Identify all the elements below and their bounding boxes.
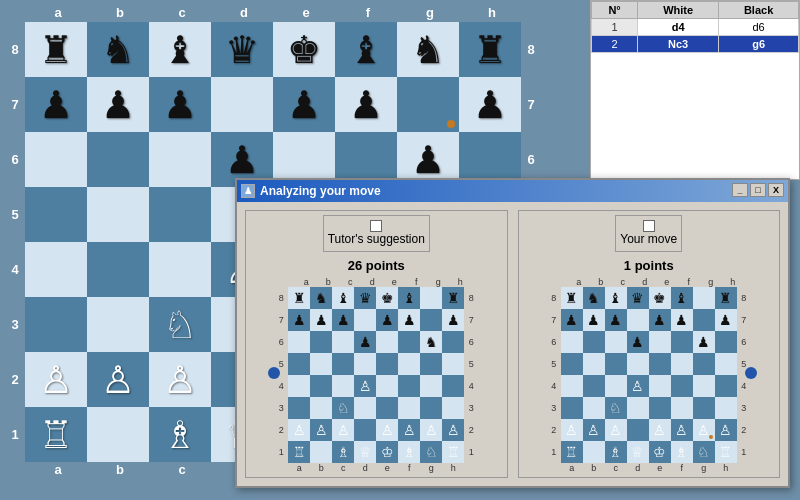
mini-cell[interactable]: ♖ [715,441,737,463]
mini-cell[interactable]: ♕ [354,441,376,463]
mini-cell[interactable]: ♟ [627,331,649,353]
cell-h7[interactable]: ♟ [459,77,521,132]
mini-cell[interactable] [583,331,605,353]
mini-cell[interactable]: ♘ [605,397,627,419]
cell-c8[interactable]: ♝ [149,22,211,77]
mini-cell[interactable] [715,331,737,353]
cell-c3[interactable]: ♘ [149,297,211,352]
mini-cell[interactable]: ♗ [332,441,354,463]
mini-cell[interactable]: ♝ [605,287,627,309]
mini-cell[interactable] [288,331,310,353]
mini-cell[interactable] [442,353,464,375]
mini-cell[interactable] [310,441,332,463]
mini-cell[interactable]: ♞ [583,287,605,309]
mini-cell[interactable]: ♙ [398,419,420,441]
mini-cell[interactable]: ♟ [310,309,332,331]
mini-cell[interactable] [332,375,354,397]
mini-cell[interactable] [310,353,332,375]
mini-cell[interactable] [649,331,671,353]
mini-cell[interactable]: ♜ [715,287,737,309]
mini-cell[interactable] [332,331,354,353]
mini-cell[interactable]: ♟ [442,309,464,331]
mini-cell[interactable] [420,353,442,375]
minimize-button[interactable]: _ [732,183,748,197]
mini-cell[interactable] [649,353,671,375]
cell-b2[interactable]: ♙ [87,352,149,407]
mini-cell[interactable]: ♟ [605,309,627,331]
cell-a4[interactable] [25,242,87,297]
mini-cell[interactable]: ♖ [442,441,464,463]
mini-cell[interactable]: ♟ [671,309,693,331]
mini-cell[interactable]: ♙ [420,419,442,441]
mini-cell[interactable] [398,331,420,353]
mini-cell[interactable] [671,353,693,375]
mini-cell[interactable] [376,397,398,419]
mini-cell[interactable] [583,441,605,463]
mini-cell[interactable]: ♙ [310,419,332,441]
mini-cell[interactable]: ♞ [420,331,442,353]
mini-cell[interactable]: ♝ [671,287,693,309]
mini-cell[interactable] [561,397,583,419]
cell-f8[interactable]: ♝ [335,22,397,77]
mini-cell[interactable]: ♝ [332,287,354,309]
cell-b5[interactable] [87,187,149,242]
mini-cell[interactable]: ♗ [605,441,627,463]
mini-cell[interactable] [442,397,464,419]
mini-cell[interactable] [561,353,583,375]
mini-cell[interactable] [627,419,649,441]
mini-cell[interactable] [605,375,627,397]
mini-cell[interactable]: ♟ [583,309,605,331]
cell-c6[interactable] [149,132,211,187]
mini-cell[interactable] [420,375,442,397]
cell-a7[interactable]: ♟ [25,77,87,132]
mini-cell[interactable] [354,309,376,331]
mini-cell[interactable] [561,331,583,353]
mini-cell[interactable] [671,375,693,397]
mini-cell[interactable]: ♘ [420,441,442,463]
cell-a2[interactable]: ♙ [25,352,87,407]
mini-cell[interactable] [627,309,649,331]
cell-g7[interactable] [397,77,459,132]
mini-cell[interactable] [310,397,332,419]
cell-c2[interactable]: ♙ [149,352,211,407]
mini-cell[interactable] [649,397,671,419]
mini-cell[interactable]: ♙ [605,419,627,441]
cell-b3[interactable] [87,297,149,352]
maximize-button[interactable]: □ [750,183,766,197]
mini-cell[interactable]: ♝ [398,287,420,309]
mini-cell[interactable] [693,375,715,397]
mini-cell[interactable]: ♟ [398,309,420,331]
mini-cell[interactable] [671,331,693,353]
notation-row-2[interactable]: 2Nc3g6 [592,36,799,53]
mini-cell[interactable] [671,397,693,419]
mini-cell[interactable]: ♙ [376,419,398,441]
mini-cell[interactable] [376,331,398,353]
mini-cell[interactable]: ♜ [288,287,310,309]
mini-cell[interactable] [354,353,376,375]
mini-cell[interactable]: ♙ [693,419,715,441]
cell-c4[interactable] [149,242,211,297]
mini-cell[interactable] [442,331,464,353]
mini-cell[interactable]: ♟ [715,309,737,331]
cell-b1[interactable] [87,407,149,462]
mini-cell[interactable]: ♕ [627,441,649,463]
mini-cell[interactable] [354,419,376,441]
cell-g8[interactable]: ♞ [397,22,459,77]
cell-c5[interactable] [149,187,211,242]
mini-cell[interactable] [715,353,737,375]
mini-cell[interactable] [583,397,605,419]
mini-cell[interactable]: ♛ [627,287,649,309]
cell-f7[interactable]: ♟ [335,77,397,132]
cell-a8[interactable]: ♜ [25,22,87,77]
mini-cell[interactable] [561,375,583,397]
cell-a1[interactable]: ♖ [25,407,87,462]
cell-b4[interactable] [87,242,149,297]
mini-cell[interactable]: ♙ [671,419,693,441]
cell-h8[interactable]: ♜ [459,22,521,77]
mini-cell[interactable] [627,397,649,419]
mini-cell[interactable]: ♙ [288,419,310,441]
mini-cell[interactable]: ♔ [376,441,398,463]
mini-cell[interactable] [715,375,737,397]
mini-cell[interactable] [420,287,442,309]
cell-a5[interactable] [25,187,87,242]
